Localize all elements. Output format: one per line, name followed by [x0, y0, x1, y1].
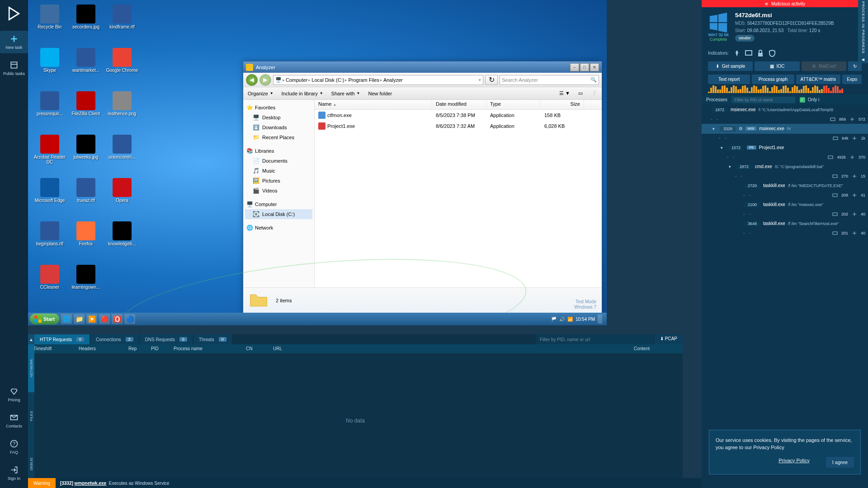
share-button[interactable]: Share with▼: [331, 91, 360, 96]
taskbar-media-icon[interactable]: ▶️: [86, 314, 97, 324]
desktop-icon[interactable]: Microsoft Edge: [33, 178, 67, 220]
taskbar-chrome-icon[interactable]: 🔴: [99, 314, 110, 324]
desktop-icon[interactable]: Google Chrome: [105, 48, 139, 89]
sidebar-recent[interactable]: 📁Recent Places: [245, 132, 312, 142]
desktop-icon[interactable]: Recycle Bin: [33, 5, 67, 46]
desktop-icon[interactable]: trueaz.rtf: [69, 178, 103, 220]
taskbar-opera-icon[interactable]: 🅾️: [112, 314, 123, 324]
breadcrumb-drive[interactable]: Local Disk (C:): [311, 77, 344, 83]
desktop-icon[interactable]: julweeks.jpg: [69, 135, 103, 176]
desktop-icon[interactable]: unioncomm...: [105, 135, 139, 176]
refresh-button[interactable]: ↻: [485, 75, 498, 85]
file-row[interactable]: Project1.exe 8/6/2023 7:32 AM Applicatio…: [315, 121, 602, 131]
panel-collapse-button[interactable]: ▲: [28, 334, 34, 344]
desktop-icon[interactable]: FileZilla Client: [69, 91, 103, 133]
desktop-icon[interactable]: Firefox: [69, 221, 103, 263]
desktop-icon[interactable]: leatherice.png: [105, 91, 139, 133]
taskbar-edge-icon[interactable]: 🔵: [124, 314, 135, 324]
col-size[interactable]: Size: [541, 100, 584, 109]
tree-toggle-icon[interactable]: ▾: [721, 145, 725, 150]
indicator-monitor-icon[interactable]: [745, 50, 752, 57]
help-button[interactable]: ❔: [591, 90, 597, 96]
sidebar-pictures[interactable]: 🖼️Pictures: [245, 176, 312, 186]
breadcrumb-analyzer[interactable]: Analyzer: [383, 77, 403, 83]
col-content[interactable]: Content: [628, 344, 683, 353]
indicator-rocket-icon[interactable]: [733, 50, 741, 57]
col-rep[interactable]: Rep: [123, 344, 146, 353]
process-graph-button[interactable]: Process graph: [752, 75, 794, 84]
sidebar-desktop[interactable]: 🖥️Desktop: [245, 113, 312, 122]
process-row[interactable]: ▾ 1572 PE Project1.exe: [702, 143, 868, 153]
indicator-lock-icon[interactable]: [757, 50, 764, 57]
breadcrumb-computer[interactable]: Computer: [286, 77, 307, 83]
desktop-icon[interactable]: pressrequir...: [33, 91, 67, 133]
sidebar-music[interactable]: 🎵Music: [245, 166, 312, 176]
desktop-icon[interactable]: Skype: [33, 48, 67, 89]
public-tasks-button[interactable]: Public tasks: [0, 57, 28, 80]
system-tray[interactable]: 🏳️ 🔊 📶 10:54 PM: [551, 314, 605, 324]
col-date[interactable]: Date modified: [432, 100, 486, 109]
forward-button[interactable]: ►: [259, 74, 271, 86]
faq-button[interactable]: ? FAQ: [0, 436, 28, 458]
network-group[interactable]: 🌐Network: [245, 223, 312, 233]
network-tab[interactable]: Threats0: [193, 334, 232, 344]
tree-toggle-icon[interactable]: ▾: [729, 164, 733, 169]
desktop-icon[interactable]: wantmarket...: [69, 48, 103, 89]
taskbar-explorer-icon[interactable]: 📁: [74, 314, 85, 324]
tray-flag-icon[interactable]: 🏳️: [551, 317, 557, 322]
explorer-titlebar[interactable]: Analyzer − □ ✕: [243, 61, 602, 73]
favorites-group[interactable]: ⭐Favorites: [245, 103, 312, 113]
view-mode-button[interactable]: ☰ ▼: [559, 90, 570, 96]
desktop-icon[interactable]: knowledgeb...: [105, 221, 139, 263]
desktop-icon[interactable]: learningown...: [69, 265, 103, 306]
maximize-button[interactable]: □: [580, 63, 589, 71]
sidebar-local-disk[interactable]: 💽Local Disk (C:): [245, 209, 312, 219]
network-filter-input[interactable]: Filter by PID, name or url: [536, 334, 654, 344]
col-cn[interactable]: CN: [241, 344, 268, 353]
back-button[interactable]: ◄: [246, 74, 258, 86]
col-name[interactable]: Name ▲: [315, 100, 432, 109]
file-row[interactable]: ctfmon.exe 8/5/2023 7:38 PM Application …: [315, 110, 602, 121]
desktop-icon[interactable]: Acrobat Reader DC: [33, 135, 67, 176]
contacts-button[interactable]: Contacts: [0, 409, 28, 432]
computer-group[interactable]: 🖥️Computer: [245, 199, 312, 209]
tray-sound-icon[interactable]: 🔊: [559, 317, 565, 322]
malconf-button[interactable]: ⚙ MalConf: [802, 61, 846, 71]
indicator-shield-icon[interactable]: [769, 50, 776, 57]
process-row[interactable]: ▾ 3328 ⚙MSI msiexec.exe /V: [702, 124, 868, 134]
sidebar-documents[interactable]: 📄Documents: [245, 156, 312, 166]
ioc-button[interactable]: ▦ IOC: [755, 61, 799, 71]
warning-process-link[interactable]: wmpnetwk.exe: [75, 481, 107, 486]
desktop-icon[interactable]: kindframe.rtf: [105, 5, 139, 46]
tray-clock[interactable]: 10:54 PM: [576, 317, 595, 322]
text-report-button[interactable]: Text report: [708, 75, 750, 84]
get-sample-button[interactable]: ⬇ Get sample: [708, 61, 753, 71]
col-pid[interactable]: PID: [146, 344, 168, 353]
sidebar-downloads[interactable]: ⬇️Downloads: [245, 122, 312, 132]
pricing-button[interactable]: Pricing: [0, 383, 28, 406]
taskbar-ie-icon[interactable]: 🌐: [61, 314, 72, 324]
col-headers[interactable]: Headers: [73, 344, 123, 353]
minimize-button[interactable]: −: [570, 63, 579, 71]
cookie-agree-button[interactable]: I agree: [826, 457, 854, 468]
process-row[interactable]: 3648 taskkill.exe /f /im "SearchFilterHo…: [702, 219, 868, 229]
process-row[interactable]: 2720 taskkill.exe /f /im "IMEDICTUPDATE.…: [702, 181, 868, 191]
desktop-icon[interactable]: CCleaner: [33, 265, 67, 306]
col-procname[interactable]: Process name: [168, 344, 241, 353]
network-tab[interactable]: Connections3: [90, 334, 139, 344]
desktop-icon[interactable]: Opera: [105, 178, 139, 220]
attck-matrix-button[interactable]: ATT&CK™ matrix: [796, 75, 841, 84]
include-library-button[interactable]: Include in library▼: [282, 91, 323, 96]
pcap-download-button[interactable]: ⬇ PCAP: [655, 334, 683, 344]
new-folder-button[interactable]: New folder: [368, 91, 392, 96]
desktop-icon[interactable]: secorders.jpg: [69, 5, 103, 46]
only-important-checkbox[interactable]: ✓Only i: [800, 97, 820, 103]
tray-network-icon[interactable]: 📶: [567, 317, 573, 322]
export-button[interactable]: Expo: [842, 75, 862, 84]
show-desktop-button[interactable]: [598, 314, 602, 324]
col-timeshift[interactable]: Timeshift: [28, 344, 73, 353]
process-filter-input[interactable]: Filter by PID or name: [732, 97, 795, 103]
address-bar[interactable]: 🖥️ ▸ Computer ▸ Local Disk (C:) ▸ Progra…: [273, 75, 483, 85]
tree-toggle-icon[interactable]: ▾: [712, 127, 717, 131]
libraries-group[interactable]: 📚Libraries: [245, 146, 312, 156]
